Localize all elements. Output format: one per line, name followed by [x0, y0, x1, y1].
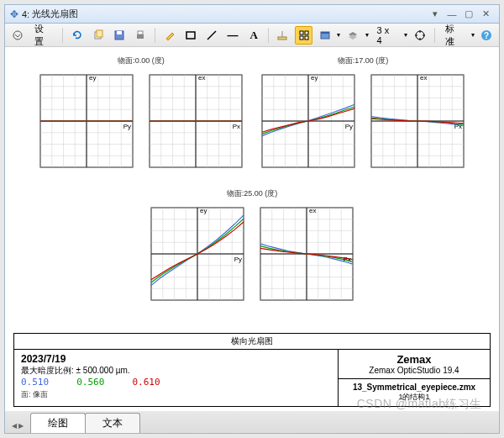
svg-rect-2 [97, 30, 102, 37]
window-icon: ✥ [10, 8, 18, 20]
close-button[interactable]: ✕ [477, 8, 494, 19]
product-name: Zemax OpticStudio 19.4 [340, 366, 488, 375]
svg-rect-11 [300, 31, 303, 34]
window-icon-button[interactable] [316, 26, 333, 45]
svg-line-8 [207, 31, 216, 40]
svg-text:ey: ey [311, 74, 318, 82]
svg-text:?: ? [484, 31, 489, 40]
svg-rect-13 [300, 36, 303, 40]
svg-text:Py: Py [123, 123, 131, 130]
scale-line: 最大暗度比例: ± 500.000 µm. [21, 365, 331, 377]
svg-rect-7 [186, 32, 195, 39]
wavelength-red: 0.610 [133, 377, 160, 388]
ray-fan-plot-px: Pxex [252, 199, 361, 309]
refresh-button[interactable] [68, 26, 86, 45]
wavelength-blue: 0.510 [21, 377, 49, 388]
ray-fan-plot-px: Pxex [363, 66, 472, 176]
ray-fan-plot-py: Pyey [254, 66, 363, 176]
tab-plot[interactable]: 绘图 [30, 413, 86, 433]
svg-text:ex: ex [420, 74, 427, 82]
expand-button[interactable] [8, 26, 26, 45]
line-button[interactable] [202, 26, 220, 45]
svg-text:Px: Px [454, 123, 462, 130]
maximize-button[interactable]: ▢ [460, 8, 477, 19]
svg-text:ex: ex [198, 74, 205, 82]
ray-fan-plot-py: Pyey [143, 199, 252, 309]
layers-button[interactable] [344, 26, 361, 45]
dash-button[interactable]: — [224, 26, 242, 45]
brand-name: Zemax [340, 353, 488, 366]
zoom-dd-icon[interactable]: ▾ [404, 31, 407, 39]
panel-title: 横向光扇图 [14, 334, 490, 350]
watermark: CSDN @matlab练习生 [357, 397, 482, 412]
surface-label: 面: 像面 [21, 389, 331, 400]
group-label: 物面:17.00 (度) [338, 55, 389, 66]
wavelength-green: 0.560 [76, 377, 104, 388]
svg-point-0 [13, 31, 22, 40]
ray-fan-plot-py: Pyey [32, 66, 141, 176]
standard-button[interactable]: 标准 [440, 26, 468, 45]
tab-text[interactable]: 文本 [85, 413, 140, 433]
grid-button[interactable] [295, 26, 312, 45]
chart-group-0: 物面:0.00 (度) Pyey Pxex [32, 55, 250, 176]
help-button[interactable]: ? [478, 26, 496, 45]
target-button[interactable] [411, 26, 428, 45]
ray-fan-plot-px: Pxex [141, 66, 250, 176]
svg-rect-5 [137, 34, 144, 39]
rect-button[interactable] [181, 26, 199, 45]
group-label: 物面:0.00 (度) [118, 55, 165, 66]
chart-group-2: 物面:25.00 (度) Pyey Pxex [143, 188, 361, 309]
tab-scroll-buttons[interactable]: ◀▶ [12, 422, 24, 430]
print-button[interactable] [132, 26, 150, 45]
window-title: 光线光扇图 [32, 8, 78, 20]
svg-text:ey: ey [200, 207, 207, 214]
filename: 13_Symmetrical_eyepiece.zmx [340, 383, 488, 392]
chart-area: 物面:0.00 (度) Pyey Pxex 物面:17.00 (度) Pyey … [5, 47, 499, 333]
chart-group-1: 物面:17.00 (度) Pyey Pxex [254, 55, 472, 176]
standard-dd-icon[interactable]: ▾ [471, 31, 475, 39]
svg-rect-16 [321, 32, 329, 34]
svg-text:Py: Py [234, 256, 242, 263]
svg-text:Px: Px [233, 123, 240, 130]
settings-button[interactable]: 设置 [29, 26, 57, 45]
copy-button[interactable] [89, 26, 107, 45]
legend-box: 横向光扇图 2023/7/19 最大暗度比例: ± 500.000 µm. 0.… [13, 333, 491, 407]
layers-dd-icon[interactable]: ▾ [365, 31, 369, 39]
zoom-label[interactable]: 3 x 4 [372, 26, 402, 45]
svg-rect-9 [278, 37, 286, 40]
svg-rect-12 [305, 31, 308, 34]
save-button[interactable] [111, 26, 129, 45]
title-bar: ✥ 4: 光线光扇图 ▾ — ▢ ✕ [5, 5, 499, 24]
svg-text:Py: Py [345, 123, 353, 130]
date: 2023/7/19 [21, 353, 331, 365]
svg-rect-14 [305, 36, 308, 40]
ruler-button[interactable] [274, 26, 291, 45]
window-dd-icon[interactable]: ▾ [337, 31, 340, 39]
svg-text:ex: ex [309, 207, 316, 214]
minimize-button[interactable]: — [444, 9, 460, 19]
text-tool-button[interactable]: A [245, 26, 263, 45]
pencil-button[interactable] [160, 26, 178, 45]
dropdown-button[interactable]: ▾ [427, 8, 444, 19]
svg-rect-6 [138, 31, 143, 34]
svg-text:Px: Px [344, 256, 351, 263]
svg-rect-4 [117, 31, 122, 34]
toolbar: 设置 — A ▾ ▾ 3 x 4 ▾ 标准 ▾ ? [5, 24, 499, 47]
group-label: 物面:25.00 (度) [227, 188, 278, 199]
tab-bar: ◀▶ 绘图 文本 [5, 411, 499, 433]
svg-text:ey: ey [89, 74, 96, 82]
window-index: 4: [22, 9, 29, 19]
